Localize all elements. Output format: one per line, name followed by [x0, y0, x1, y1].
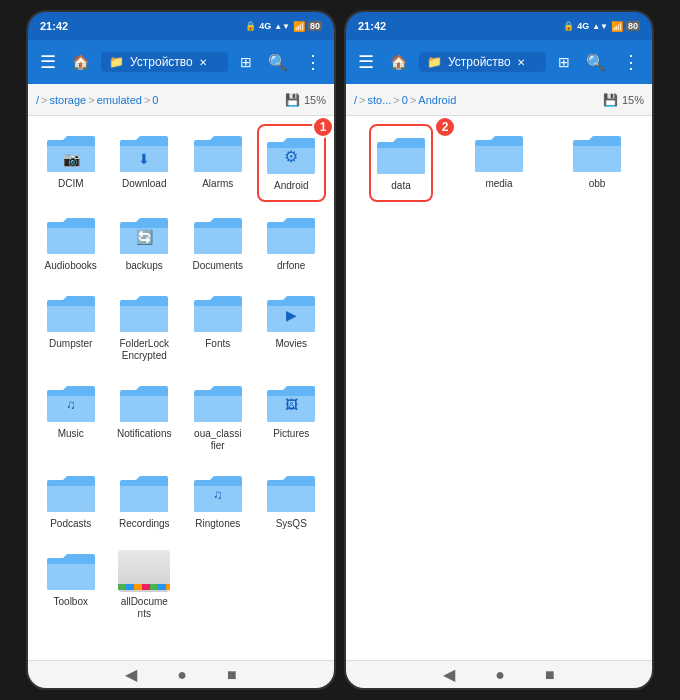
folder-documents[interactable]: Documents: [183, 206, 253, 280]
home-btn-1[interactable]: ●: [177, 666, 187, 684]
folder-alldocuments[interactable]: allDocume nts: [110, 542, 180, 628]
lock-icon-2: 🔒: [563, 21, 574, 31]
grid-icon-1[interactable]: ⊞: [236, 50, 256, 74]
folder-download[interactable]: ⬇ Download: [110, 124, 180, 202]
more-icon-2[interactable]: ⋮: [618, 47, 644, 77]
recents-btn-1[interactable]: ■: [227, 666, 237, 684]
file-grid-1: 📷 DCIM ⬇ Download: [28, 116, 334, 660]
folder-notifications-label: Notifications: [117, 428, 171, 440]
more-icon-1[interactable]: ⋮: [300, 47, 326, 77]
home-icon-2[interactable]: 🏠: [386, 50, 411, 74]
search-icon-2[interactable]: 🔍: [582, 49, 610, 76]
folder-dcim-label: DCIM: [58, 178, 84, 190]
folder-obb-label: obb: [589, 178, 606, 190]
folder-sysqs[interactable]: SysQS: [257, 464, 327, 538]
phone-1: 21:42 🔒 4G ▲▼ 📶 80 ☰ 🏠 📁 Устройство ✕ ⊞ …: [26, 10, 336, 690]
device-name-2: Устройство: [448, 55, 511, 69]
folder-backups[interactable]: 🔄 backups: [110, 206, 180, 280]
lock-icon: 🔒: [245, 21, 256, 31]
breadcrumb-text-1: /: [36, 94, 39, 106]
time-2: 21:42: [358, 20, 386, 32]
folder-data-wrapper: data 2: [354, 124, 448, 202]
device-name-1: Устройство: [130, 55, 193, 69]
storage-icon: 💾: [285, 93, 300, 107]
battery-1: 80: [308, 21, 322, 31]
grid-icon-2[interactable]: ⊞: [554, 50, 574, 74]
folder-movies[interactable]: ▶ Movies: [257, 284, 327, 370]
status-icons-2: 🔒 4G ▲▼ 📶 80: [563, 21, 640, 32]
close-tab-icon-2[interactable]: ✕: [517, 57, 525, 68]
breadcrumb-storage[interactable]: storage: [50, 94, 87, 106]
folder-oua-label: oua_classi fier: [187, 428, 249, 452]
breadcrumb-bar-2: / > sto... > 0 > Android 💾 15%: [346, 84, 652, 116]
folder-sysqs-label: SysQS: [276, 518, 307, 530]
folder-download-label: Download: [122, 178, 166, 190]
device-label-2[interactable]: 📁 Устройство ✕: [419, 52, 546, 72]
breadcrumb-0-2[interactable]: 0: [402, 94, 408, 106]
folder-media[interactable]: media: [452, 124, 546, 202]
device-label-1[interactable]: 📁 Устройство ✕: [101, 52, 228, 72]
home-icon-1[interactable]: 🏠: [68, 50, 93, 74]
folder-dumpster[interactable]: Dumpster: [36, 284, 106, 370]
arrows-icon: ▲▼: [274, 22, 290, 31]
folder-dcim[interactable]: 📷 DCIM: [36, 124, 106, 202]
folder-fonts[interactable]: Fonts: [183, 284, 253, 370]
toolbar-2: ☰ 🏠 📁 Устройство ✕ ⊞ 🔍 ⋮: [346, 40, 652, 84]
folder-recordings-label: Recordings: [119, 518, 170, 530]
folder-obb[interactable]: obb: [550, 124, 644, 202]
time-1: 21:42: [40, 20, 68, 32]
folder-recordings[interactable]: Recordings: [110, 464, 180, 538]
signal-text-2: 4G: [577, 21, 589, 31]
folder-fonts-label: Fonts: [205, 338, 230, 350]
home-btn-2[interactable]: ●: [495, 666, 505, 684]
nav-bar-1: ◀ ● ■: [28, 660, 334, 688]
back-btn-2[interactable]: ◀: [443, 665, 455, 684]
recents-btn-2[interactable]: ■: [545, 666, 555, 684]
storage-icon-2: 💾: [603, 93, 618, 107]
toolbar-1: ☰ 🏠 📁 Устройство ✕ ⊞ 🔍 ⋮: [28, 40, 334, 84]
folder-alldocuments-label: allDocume nts: [114, 596, 176, 620]
folder-data-label: data: [391, 180, 410, 192]
search-icon-1[interactable]: 🔍: [264, 49, 292, 76]
folder-music-label: Music: [58, 428, 84, 440]
breadcrumb-sto[interactable]: sto...: [368, 94, 392, 106]
breadcrumb-slash-2: /: [354, 94, 357, 106]
breadcrumb-bar-1: / > storage > emulated > 0 💾 15%: [28, 84, 334, 116]
menu-icon-1[interactable]: ☰: [36, 47, 60, 77]
back-btn-1[interactable]: ◀: [125, 665, 137, 684]
folder-toolbox[interactable]: Toolbox: [36, 542, 106, 628]
arrows-icon-2: ▲▼: [592, 22, 608, 31]
menu-icon-2[interactable]: ☰: [354, 47, 378, 77]
folder-folderlock-label: FolderLock Encrypted: [114, 338, 176, 362]
step-badge-2: 2: [434, 116, 456, 138]
folder-ringtones[interactable]: ♫ Ringtones: [183, 464, 253, 538]
folder-podcasts-label: Podcasts: [50, 518, 91, 530]
file-grid-2: data 2 media: [346, 116, 652, 660]
folder-oua-classifier[interactable]: oua_classi fier: [183, 374, 253, 460]
storage-percent-2: 15%: [622, 94, 644, 106]
breadcrumb-android[interactable]: Android: [418, 94, 456, 106]
folder-music[interactable]: ♫ Music: [36, 374, 106, 460]
wifi-icon: 📶: [293, 21, 305, 32]
folder-pictures[interactable]: 🖼 Pictures: [257, 374, 327, 460]
folder-media-label: media: [485, 178, 512, 190]
close-tab-icon-1[interactable]: ✕: [199, 57, 207, 68]
folder-podcasts[interactable]: Podcasts: [36, 464, 106, 538]
breadcrumb-emulated[interactable]: emulated: [97, 94, 142, 106]
folder-data[interactable]: data: [369, 124, 433, 202]
folder-folderlock[interactable]: FolderLock Encrypted: [110, 284, 180, 370]
folder-notifications[interactable]: Notifications: [110, 374, 180, 460]
alldocuments-thumb: [118, 550, 170, 592]
folder-toolbox-label: Toolbox: [54, 596, 88, 608]
folder-android-label: Android: [274, 180, 308, 192]
svg-text:📷: 📷: [62, 151, 80, 168]
folder-icon-toolbar-2: 📁: [427, 55, 442, 69]
folder-audiobooks[interactable]: Audiobooks: [36, 206, 106, 280]
folder-drfone[interactable]: drfone: [257, 206, 327, 280]
folder-icon-toolbar: 📁: [109, 55, 124, 69]
folder-dumpster-label: Dumpster: [49, 338, 92, 350]
folder-alarms[interactable]: Alarms: [183, 124, 253, 202]
folder-alarms-label: Alarms: [202, 178, 233, 190]
breadcrumb-0[interactable]: 0: [152, 94, 158, 106]
folder-documents-label: Documents: [192, 260, 243, 272]
